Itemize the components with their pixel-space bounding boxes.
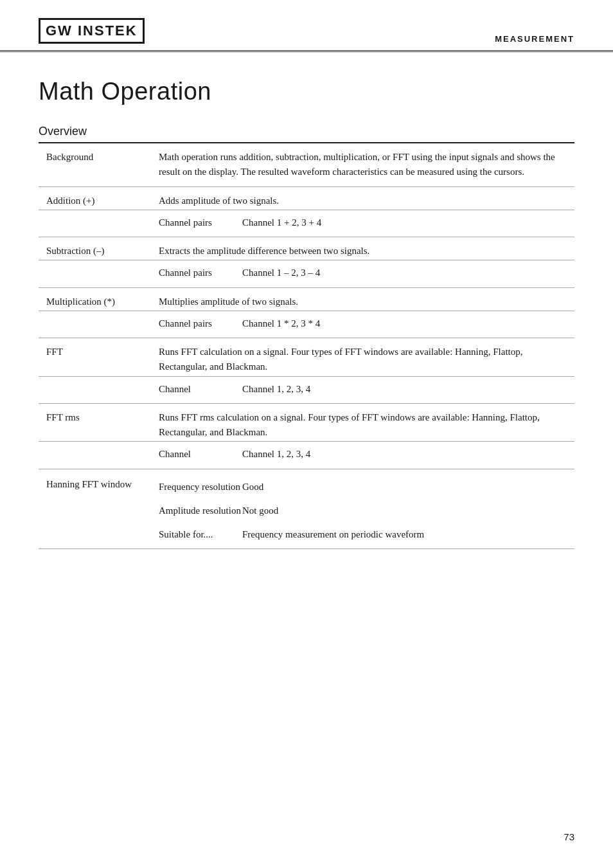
row-sub-fft-rms: Channel Channel 1, 2, 3, 4 — [151, 442, 574, 469]
page-number: 73 — [564, 831, 574, 842]
sub-label: Amplitude resolution — [159, 503, 242, 518]
logo: GW INSTEK — [39, 18, 145, 44]
overview-table: Background Math operation runs addition,… — [39, 143, 574, 549]
table-row-sub: Channel pairs Channel 1 * 2, 3 * 4 — [39, 311, 574, 338]
row-content-subtraction: Extracts the amplitude difference betwee… — [151, 237, 574, 260]
header-section-label: MEASUREMENT — [495, 34, 574, 44]
sub-value: Not good — [242, 503, 278, 518]
row-sub-subtraction: Channel pairs Channel 1 – 2, 3 – 4 — [151, 260, 574, 287]
logo-text: GW INSTEK — [46, 23, 138, 39]
table-row: Hanning FFT window Frequency resolution … — [39, 469, 574, 497]
sub-label: Frequency resolution — [159, 480, 242, 494]
page-title: Math Operation — [39, 78, 574, 105]
row-label-background: Background — [39, 143, 151, 186]
sub-value: Channel 1, 2, 3, 4 — [242, 382, 310, 397]
row-content-multiplication: Multiplies amplitude of two signals. — [151, 287, 574, 311]
row-label-hanning: Hanning FFT window — [39, 469, 151, 549]
sub-label: Channel pairs — [159, 316, 242, 331]
row-content-hanning-freq: Frequency resolution Good — [151, 469, 574, 497]
page-content: Math Operation Overview Background Math … — [0, 52, 613, 588]
row-label-multiplication: Multiplication (*) — [39, 287, 151, 311]
table-row: Addition (+) Adds amplitude of two signa… — [39, 186, 574, 210]
row-sub-fft: Channel Channel 1, 2, 3, 4 — [151, 376, 574, 403]
row-label-empty — [39, 311, 151, 338]
row-sub-multiplication: Channel pairs Channel 1 * 2, 3 * 4 — [151, 311, 574, 338]
table-row-sub: Channel pairs Channel 1 + 2, 3 + 4 — [39, 210, 574, 237]
row-content-fft-rms: Runs FFT rms calculation on a signal. Fo… — [151, 403, 574, 442]
row-content-background: Math operation runs addition, subtractio… — [151, 143, 574, 186]
sub-label: Channel — [159, 382, 242, 397]
row-label-empty — [39, 442, 151, 469]
row-label-subtraction: Subtraction (–) — [39, 237, 151, 260]
row-sub-addition: Channel pairs Channel 1 + 2, 3 + 4 — [151, 210, 574, 237]
sub-value: Channel 1 – 2, 3 – 4 — [242, 266, 320, 280]
row-content-hanning-amp: Amplitude resolution Not good — [151, 497, 574, 521]
table-row: Subtraction (–) Extracts the amplitude d… — [39, 237, 574, 260]
sub-value: Frequency measurement on periodic wavefo… — [242, 527, 424, 542]
row-label-addition: Addition (+) — [39, 186, 151, 210]
table-row-sub: Channel Channel 1, 2, 3, 4 — [39, 376, 574, 403]
row-label-empty — [39, 376, 151, 403]
table-row: FFT Runs FFT calculation on a signal. Fo… — [39, 338, 574, 377]
sub-label: Channel pairs — [159, 266, 242, 280]
table-row: Multiplication (*) Multiplies amplitude … — [39, 287, 574, 311]
sub-label: Channel — [159, 447, 242, 462]
page-header: GW INSTEK MEASUREMENT — [0, 0, 613, 52]
row-label-fft-rms: FFT rms — [39, 403, 151, 442]
overview-heading: Overview — [39, 125, 574, 143]
row-label-fft: FFT — [39, 338, 151, 377]
row-content-fft: Runs FFT calculation on a signal. Four t… — [151, 338, 574, 377]
sub-label: Channel pairs — [159, 215, 242, 230]
sub-value: Channel 1, 2, 3, 4 — [242, 447, 310, 462]
row-content-addition: Adds amplitude of two signals. — [151, 186, 574, 210]
sub-value: Good — [242, 480, 263, 494]
table-row-sub: Channel pairs Channel 1 – 2, 3 – 4 — [39, 260, 574, 287]
sub-value: Channel 1 * 2, 3 * 4 — [242, 316, 320, 331]
table-row: FFT rms Runs FFT rms calculation on a si… — [39, 403, 574, 442]
row-content-hanning-suitable: Suitable for.... Frequency measurement o… — [151, 521, 574, 549]
row-label-empty — [39, 260, 151, 287]
table-row: Background Math operation runs addition,… — [39, 143, 574, 186]
sub-label: Suitable for.... — [159, 527, 242, 542]
row-label-empty — [39, 210, 151, 237]
sub-value: Channel 1 + 2, 3 + 4 — [242, 215, 321, 230]
table-row-sub: Channel Channel 1, 2, 3, 4 — [39, 442, 574, 469]
